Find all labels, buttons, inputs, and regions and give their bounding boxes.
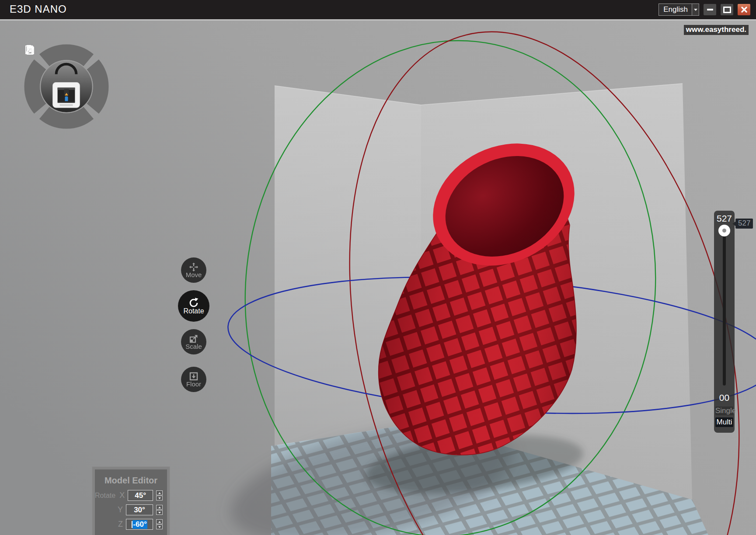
layer-slider: 527 00 Single Multi [714, 211, 735, 433]
slider-handle-dot [722, 229, 726, 233]
floor-button[interactable]: Floor [181, 367, 206, 392]
rotate-label: Rotate [183, 307, 204, 315]
radial-edit-segment[interactable] [93, 64, 101, 108]
spin-down-icon [158, 497, 161, 499]
watermark: www.easythreed. [684, 25, 749, 35]
rotate-y-row: Y 30° [95, 504, 163, 515]
axis-z-label: Z [118, 520, 123, 529]
spin-up-button[interactable] [156, 505, 163, 510]
scale-button[interactable]: Scale [181, 329, 206, 354]
title-bar: E3D NANO English [0, 0, 756, 19]
selected-text: -60° [132, 520, 147, 529]
printer-photo [40, 60, 92, 112]
slider-handle[interactable] [718, 225, 730, 236]
app-window: E3D NANO English www.easythreed. [0, 0, 756, 535]
rotate-button[interactable]: Rotate [178, 290, 209, 322]
close-button[interactable] [738, 4, 750, 15]
model-editor-panel: Model Editor Rotate X 45° Y 30° Z [92, 466, 170, 535]
slider-track[interactable] [723, 230, 726, 386]
floor-label: Floor [186, 380, 201, 388]
spin-up-icon [158, 521, 161, 523]
viewport-3d[interactable] [0, 19, 756, 535]
rotate-y-spinner [156, 505, 163, 515]
spin-down-button[interactable] [156, 525, 163, 529]
rotate-x-row: Rotate X 45° [95, 490, 163, 501]
window-controls: English [658, 3, 750, 16]
maximize-button[interactable] [721, 4, 733, 15]
close-icon [741, 7, 747, 13]
spin-up-button[interactable] [156, 490, 163, 495]
radial-menu [24, 44, 109, 129]
titlebar-edge [0, 19, 756, 21]
app-title: E3D NANO [10, 3, 67, 15]
rotate-z-row: Z -60° [95, 519, 163, 530]
scale-label: Scale [185, 343, 202, 350]
spin-down-icon [158, 512, 161, 514]
axis-x-label: X [119, 491, 125, 500]
rotate-y-input[interactable]: 30° [126, 504, 153, 515]
slider-min-value: 00 [714, 393, 735, 403]
spin-down-button[interactable] [156, 510, 163, 515]
spin-up-button[interactable] [156, 519, 163, 524]
rotate-z-input[interactable]: -60° [126, 519, 153, 530]
language-label: English [659, 4, 692, 15]
rotate-group-label: Rotate [95, 492, 115, 500]
radial-delete-segment[interactable] [44, 113, 88, 121]
language-select[interactable]: English [658, 3, 699, 16]
model-editor-body: Model Editor Rotate X 45° Y 30° Z [95, 469, 167, 535]
radial-file-segment[interactable] [44, 52, 88, 60]
move-button[interactable]: Move [181, 257, 206, 283]
minimize-icon [707, 9, 713, 10]
maximize-icon [723, 7, 731, 13]
axis-y-label: Y [118, 505, 123, 514]
spin-up-icon [158, 492, 161, 494]
rotate-z-spinner [156, 519, 163, 529]
delete-icon [24, 44, 35, 56]
spin-down-icon [158, 526, 161, 528]
chevron-down-icon[interactable] [692, 4, 699, 15]
mode-multi-button[interactable]: Multi [715, 417, 733, 427]
spin-up-icon [158, 507, 161, 508]
rotate-x-input[interactable]: 45° [128, 490, 153, 501]
slider-tooltip: 527 [735, 219, 753, 229]
move-label: Move [186, 271, 202, 278]
spin-down-button[interactable] [156, 496, 163, 500]
slider-max-value: 527 [714, 213, 735, 224]
radial-save-segment[interactable] [32, 64, 40, 108]
rotate-x-spinner [156, 490, 163, 500]
model-editor-title: Model Editor [95, 476, 167, 486]
mode-single-button[interactable]: Single [715, 406, 733, 415]
minimize-button[interactable] [704, 4, 716, 15]
